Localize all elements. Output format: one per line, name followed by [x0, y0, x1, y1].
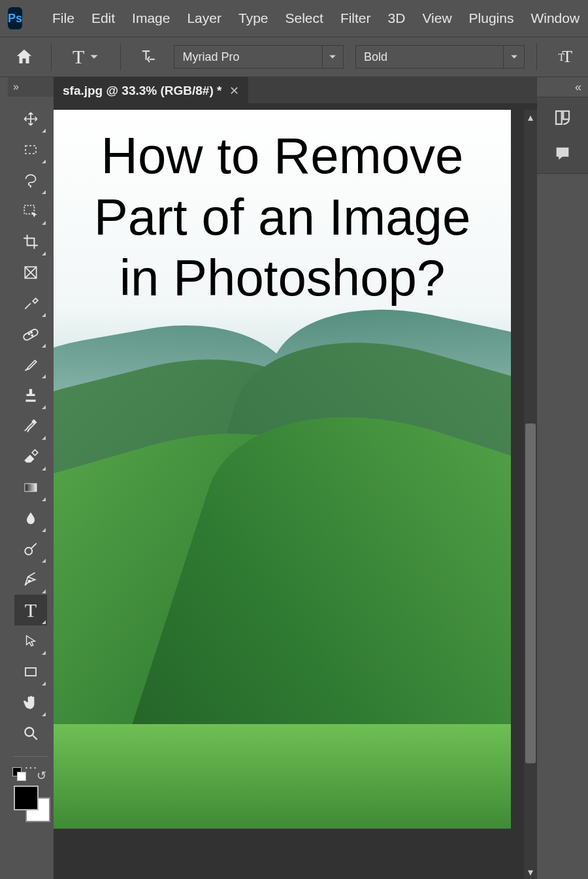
brush-tool[interactable] — [14, 349, 47, 380]
type-tool[interactable]: T — [14, 595, 47, 625]
blur-tool[interactable] — [14, 503, 47, 533]
menu-layer[interactable]: Layer — [187, 10, 221, 26]
separator — [51, 43, 52, 71]
svg-point-5 — [31, 331, 32, 333]
menu-filter[interactable]: Filter — [340, 10, 371, 26]
font-size-button[interactable]: TT — [549, 43, 579, 71]
move-tool[interactable] — [14, 103, 47, 134]
options-bar: T Myriad Pro Bold TT — [0, 37, 588, 77]
svg-point-9 — [28, 580, 30, 582]
lasso-tool[interactable] — [14, 165, 47, 195]
libraries-panel-button[interactable] — [553, 108, 572, 127]
text-line-3: in Photoshop? — [54, 248, 511, 309]
pen-icon — [22, 571, 39, 588]
hand-icon — [22, 694, 39, 711]
stamp-icon — [22, 387, 39, 404]
collapse-panels-button[interactable]: « — [537, 77, 588, 97]
bandage-icon — [22, 325, 40, 343]
text-line-2: Part of an Image — [54, 187, 511, 248]
gradient-icon — [23, 480, 39, 495]
toolbox-expand-button[interactable]: » — [8, 77, 54, 97]
pen-tool[interactable] — [14, 564, 47, 595]
dock-panel-group — [537, 97, 588, 174]
eyedropper-tool[interactable] — [14, 288, 47, 318]
frame-tool[interactable] — [14, 257, 47, 288]
font-family-value: Myriad Pro — [174, 50, 322, 64]
comments-panel-button[interactable] — [553, 144, 572, 163]
font-style-dropdown[interactable]: Bold — [355, 45, 525, 69]
svg-rect-0 — [25, 146, 36, 154]
crop-icon — [22, 233, 39, 250]
svg-point-8 — [25, 547, 32, 554]
rectangle-tool[interactable] — [14, 656, 47, 687]
type-icon: T — [25, 599, 37, 622]
scroll-up-button[interactable]: ▴ — [524, 110, 537, 124]
object-select-icon — [22, 203, 39, 220]
hand-tool[interactable] — [14, 687, 47, 718]
clone-stamp-tool[interactable] — [14, 380, 47, 410]
svg-rect-12 — [556, 111, 562, 124]
font-style-value: Bold — [356, 50, 504, 64]
close-tab-button[interactable]: ✕ — [229, 84, 239, 98]
history-brush-icon — [22, 417, 40, 435]
eraser-tool[interactable] — [14, 441, 47, 472]
droplet-icon — [23, 510, 39, 526]
menu-edit[interactable]: Edit — [91, 10, 115, 26]
document-area: sfa.jpg @ 33.3% (RGB/8#) * ✕ How — [54, 77, 537, 879]
menu-file[interactable]: File — [52, 10, 74, 26]
document-text-layer[interactable]: How to Remove Part of an Image in Photos… — [54, 125, 511, 309]
svg-point-4 — [29, 333, 30, 335]
foreground-color-swatch[interactable] — [14, 786, 39, 810]
menu-image[interactable]: Image — [132, 10, 170, 26]
move-icon — [22, 110, 39, 127]
swap-colors-button[interactable]: ↺ — [37, 769, 46, 783]
right-panel-dock: « — [537, 77, 588, 879]
svg-rect-7 — [25, 484, 37, 491]
arrow-cursor-icon — [24, 634, 38, 648]
rectangular-marquee-tool[interactable] — [14, 134, 47, 165]
tool-preset-picker[interactable]: T — [63, 43, 108, 71]
font-family-dropdown[interactable]: Myriad Pro — [174, 45, 344, 69]
default-colors-button[interactable] — [12, 767, 31, 780]
home-icon — [14, 47, 34, 67]
magnifier-icon — [22, 725, 39, 742]
path-selection-tool[interactable] — [14, 625, 47, 656]
menu-plugins[interactable]: Plugins — [469, 10, 514, 26]
spot-healing-brush-tool[interactable] — [14, 318, 47, 349]
object-selection-tool[interactable] — [14, 195, 47, 226]
scroll-down-button[interactable]: ▾ — [524, 865, 537, 879]
home-button[interactable] — [9, 43, 39, 71]
lasso-icon — [22, 172, 39, 189]
canvas[interactable]: How to Remove Part of an Image in Photos… — [54, 110, 511, 829]
menu-type[interactable]: Type — [238, 10, 269, 26]
toggle-text-orientation-button[interactable] — [133, 43, 163, 71]
chevron-down-icon — [503, 46, 524, 68]
history-brush-tool[interactable] — [14, 410, 47, 441]
dodge-tool[interactable] — [14, 533, 47, 564]
color-swatches[interactable]: ↺ — [14, 786, 53, 830]
menu-window[interactable]: Window — [531, 10, 580, 26]
brush-icon — [22, 356, 39, 373]
menu-view[interactable]: View — [422, 10, 451, 26]
chevron-down-icon — [322, 46, 343, 68]
workspace: » — [0, 77, 588, 879]
gradient-tool[interactable] — [14, 472, 47, 503]
menu-bar: Ps File Edit Image Layer Type Select Fil… — [0, 0, 588, 37]
font-size-icon: TT — [558, 47, 570, 67]
canvas-viewport[interactable]: How to Remove Part of an Image in Photos… — [54, 103, 537, 879]
scroll-thumb[interactable] — [525, 423, 536, 763]
menu-select[interactable]: Select — [286, 10, 323, 26]
separator — [536, 43, 537, 71]
type-tool-glyph-icon: T — [73, 46, 84, 68]
menu-3d[interactable]: 3D — [388, 10, 406, 26]
text-orientation-icon — [138, 47, 157, 67]
rectangle-icon — [23, 664, 39, 680]
zoom-tool[interactable] — [14, 718, 47, 748]
libraries-icon — [553, 108, 572, 127]
toolbox-wrap: » — [8, 77, 54, 879]
crop-tool[interactable] — [14, 226, 47, 257]
document-tab[interactable]: sfa.jpg @ 33.3% (RGB/8#) * ✕ — [54, 77, 248, 103]
vertical-scrollbar[interactable]: ▴ ▾ — [524, 110, 537, 879]
double-chevron-left-icon: « — [575, 80, 581, 94]
toolbox: T ⋯ ↺ — [8, 97, 54, 830]
